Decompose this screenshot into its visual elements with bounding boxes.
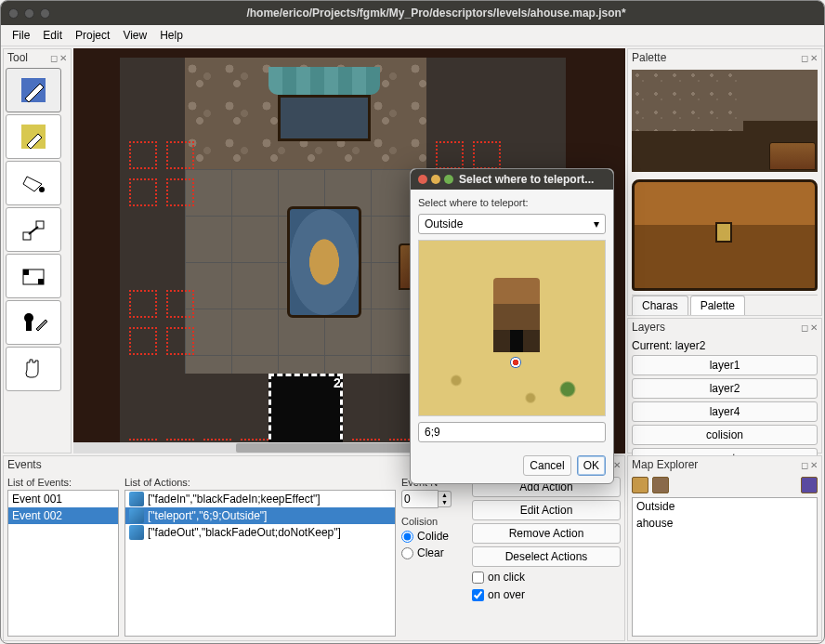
tool-panel-title: Tool bbox=[7, 51, 28, 64]
rug bbox=[287, 206, 361, 318]
hand-icon bbox=[18, 353, 49, 385]
menu-edit[interactable]: Edit bbox=[37, 27, 68, 44]
close-panel-icon[interactable]: ✕ bbox=[613, 460, 621, 470]
tool-panel: Tool ◻ ✕ bbox=[3, 48, 72, 453]
menu-help[interactable]: Help bbox=[154, 27, 189, 44]
action-row[interactable]: ["fadeOut","blackFadeOut;doNotKeep"] bbox=[125, 524, 395, 541]
action-icon bbox=[129, 508, 144, 523]
dialog-titlebar[interactable]: Select where to teleport... bbox=[411, 169, 613, 190]
dialog-prompt: Select where to teleport: bbox=[418, 197, 606, 208]
undock-icon[interactable]: ◻ bbox=[50, 53, 58, 63]
check-onover[interactable]: on over bbox=[472, 587, 621, 602]
line-tool[interactable] bbox=[6, 207, 61, 252]
menu-project[interactable]: Project bbox=[70, 27, 115, 44]
palette-panel: Palette ◻✕ Charas Palette bbox=[627, 48, 822, 316]
awning bbox=[268, 67, 380, 95]
close-panel-icon[interactable]: ✕ bbox=[810, 322, 818, 333]
event-row[interactable]: Event 002 bbox=[8, 507, 118, 524]
layers-title: Layers bbox=[632, 321, 665, 334]
map-explorer-title: Map Explorer bbox=[632, 458, 698, 471]
window-title: /home/erico/Projects/fgmk/My_Pro/descrip… bbox=[56, 7, 817, 20]
map-item[interactable]: ahouse bbox=[633, 515, 817, 532]
spin-up-icon[interactable]: ▲ bbox=[439, 492, 451, 499]
map-icon[interactable] bbox=[652, 477, 669, 493]
events-list-label: List of Events: bbox=[7, 477, 119, 488]
svg-point-5 bbox=[39, 187, 45, 192]
map-item[interactable]: Outside bbox=[633, 498, 817, 515]
actions-listbox[interactable]: ["fadeIn","blackFadeIn;keepEffect"] ["te… bbox=[124, 490, 396, 637]
deselect-actions-button[interactable]: Deselect Actions bbox=[472, 546, 621, 567]
doorway-selection bbox=[268, 374, 343, 448]
layer-layer4[interactable]: layer4 bbox=[632, 401, 818, 422]
close-panel-icon[interactable]: ✕ bbox=[59, 53, 67, 63]
layer-layer2[interactable]: layer2 bbox=[632, 378, 818, 399]
rect-icon bbox=[18, 260, 49, 292]
map-explorer-panel: Map Explorer ◻✕ Outside ahouse bbox=[627, 455, 822, 641]
event-row[interactable]: Event 001 bbox=[8, 491, 118, 507]
house-tiles bbox=[185, 58, 426, 374]
ok-button[interactable]: OK bbox=[577, 455, 606, 476]
pan-tool[interactable] bbox=[6, 347, 61, 391]
rect-tool[interactable] bbox=[6, 254, 61, 298]
event-no-input[interactable] bbox=[401, 490, 439, 508]
cancel-button[interactable]: Cancel bbox=[523, 455, 570, 476]
window-controls bbox=[8, 8, 50, 19]
tab-charas[interactable]: Charas bbox=[632, 296, 688, 315]
dialog-title: Select where to teleport... bbox=[459, 173, 594, 186]
svg-point-12 bbox=[24, 313, 33, 322]
svg-line-8 bbox=[29, 227, 38, 234]
preview-house bbox=[493, 278, 540, 352]
minimize-icon[interactable] bbox=[24, 8, 34, 19]
remove-action-button[interactable]: Remove Action bbox=[472, 523, 621, 544]
colision-label: Colision bbox=[401, 516, 466, 527]
layer-colision[interactable]: colision bbox=[632, 425, 818, 445]
edit-action-button[interactable]: Edit Action bbox=[472, 500, 621, 520]
map-explorer-list[interactable]: Outside ahouse bbox=[632, 497, 818, 637]
maximize-icon[interactable] bbox=[40, 8, 50, 19]
line-icon bbox=[18, 214, 49, 245]
close-panel-icon[interactable]: ✕ bbox=[810, 460, 818, 470]
events-listbox[interactable]: Event 001 Event 002 bbox=[7, 490, 119, 637]
undock-icon[interactable]: ◻ bbox=[801, 53, 808, 63]
pen-tool[interactable] bbox=[6, 68, 61, 112]
coord-field[interactable]: 6;9 bbox=[418, 422, 606, 442]
app-window: /home/erico/Projects/fgmk/My_Pro/descrip… bbox=[0, 0, 825, 644]
palette-title: Palette bbox=[632, 51, 666, 64]
bug-icon[interactable] bbox=[801, 477, 818, 493]
menubar: File Edit Project View Help bbox=[1, 25, 824, 46]
menu-view[interactable]: View bbox=[117, 27, 152, 44]
map-select-value: Outside bbox=[425, 217, 463, 230]
undock-icon[interactable]: ◻ bbox=[801, 322, 808, 333]
teleport-preview[interactable] bbox=[418, 240, 606, 416]
minimize-icon[interactable] bbox=[431, 175, 440, 184]
radio-colide[interactable]: Colide bbox=[401, 529, 466, 544]
dropper-tool[interactable] bbox=[6, 114, 61, 159]
close-panel-icon[interactable]: ✕ bbox=[810, 53, 818, 63]
action-row[interactable]: ["fadeIn","blackFadeIn;keepEffect"] bbox=[125, 491, 395, 507]
events-title: Events bbox=[7, 458, 42, 471]
bucket-icon bbox=[18, 167, 49, 199]
chara-tool[interactable] bbox=[6, 300, 61, 345]
action-row[interactable]: ["teleport","6;9;Outside"] bbox=[125, 507, 395, 524]
svg-rect-10 bbox=[23, 269, 29, 275]
close-icon[interactable] bbox=[8, 8, 19, 19]
radio-clear[interactable]: Clear bbox=[401, 545, 466, 560]
menu-file[interactable]: File bbox=[7, 27, 35, 44]
svg-marker-4 bbox=[23, 177, 42, 191]
maximize-icon[interactable] bbox=[444, 175, 453, 184]
map-select[interactable]: Outside ▾ bbox=[418, 214, 606, 234]
event-no-spinner[interactable]: ▲▼ bbox=[401, 490, 466, 508]
spin-down-icon[interactable]: ▼ bbox=[439, 499, 451, 506]
actions-list-label: List of Actions: bbox=[124, 477, 396, 488]
undock-icon[interactable]: ◻ bbox=[801, 460, 808, 470]
close-icon[interactable] bbox=[418, 175, 427, 184]
dropper-icon bbox=[18, 121, 49, 152]
bucket-tool[interactable] bbox=[6, 161, 61, 205]
chevron-down-icon: ▾ bbox=[594, 217, 599, 230]
layer-layer1[interactable]: layer1 bbox=[632, 355, 818, 375]
check-onclick[interactable]: on click bbox=[472, 570, 621, 585]
tab-palette[interactable]: Palette bbox=[690, 296, 745, 315]
tileset-thumb[interactable] bbox=[632, 70, 818, 172]
teleport-marker bbox=[510, 357, 521, 368]
map-icon[interactable] bbox=[632, 477, 648, 493]
